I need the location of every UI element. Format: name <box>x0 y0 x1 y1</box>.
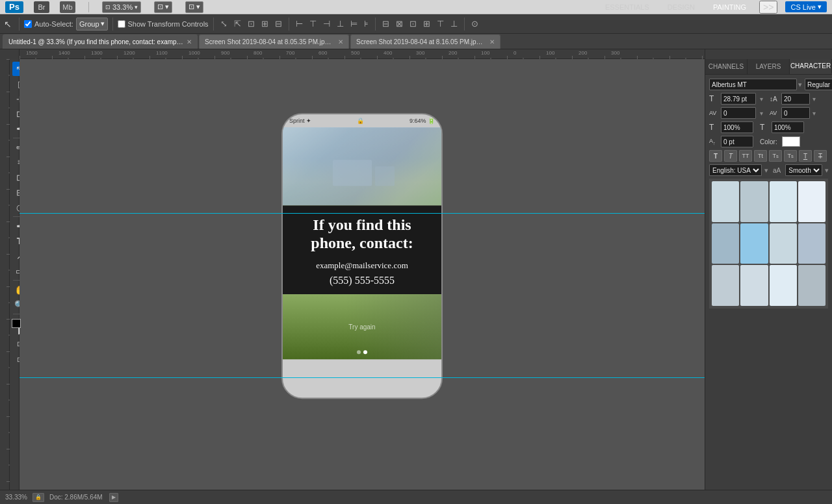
phone-main-text: If you find this phone, contact: <box>292 216 432 253</box>
transform-btn-3[interactable]: ⊡ <box>246 19 257 29</box>
align-right-btn[interactable]: ⊣ <box>321 19 332 29</box>
color-cell-7[interactable] <box>770 223 797 264</box>
baseline-row: A↑ Color: <box>709 136 828 147</box>
phone-lock-icon: 🔒 <box>357 118 364 124</box>
tab-untitled[interactable]: Untitled-1 @ 33.3% (If you find this pho… <box>3 34 198 49</box>
font-family-container: ▾ <box>709 79 802 90</box>
font-size-dropdown-btn[interactable]: ▾ <box>760 95 763 103</box>
color-cell-4[interactable] <box>798 181 826 222</box>
workspace-area: ESSENTIALS DESIGN PAINTING >> CS Live ▾ <box>600 1 827 14</box>
dist-bottom-btn[interactable]: ⊥ <box>448 19 460 29</box>
color-cell-5[interactable] <box>712 223 739 264</box>
color-cell-11[interactable] <box>770 265 797 306</box>
transform-btn-2[interactable]: ⇱ <box>232 19 243 29</box>
dist-right-btn[interactable]: ⊡ <box>408 19 419 29</box>
phone-number: (555) 555-5555 <box>292 275 432 286</box>
align-center-v-btn[interactable]: ⊤ <box>307 19 318 29</box>
show-transform-checkbox[interactable] <box>118 20 125 28</box>
dist-middle-h-btn[interactable]: ⊤ <box>435 19 446 29</box>
screen-mode-display[interactable]: ⊡ 33.3% ▾ <box>102 1 141 13</box>
baseline-input[interactable] <box>721 136 753 147</box>
superscript-btn[interactable]: Ts <box>769 150 782 162</box>
subscript-btn[interactable]: Ts <box>784 150 797 162</box>
color-cell-12[interactable] <box>798 265 826 306</box>
horizontal-scale-input[interactable] <box>772 121 804 133</box>
cs-live-btn[interactable]: CS Live ▾ <box>785 1 827 12</box>
kerning-input[interactable] <box>721 107 756 119</box>
foreground-color-swatch[interactable] <box>12 319 21 328</box>
font-size-icon: T <box>709 94 718 103</box>
design-btn[interactable]: DESIGN <box>662 2 700 12</box>
color-swatch[interactable] <box>782 136 800 147</box>
zoom-lock-btn[interactable]: 🔒 <box>32 493 44 502</box>
tab-close-screenshot2[interactable]: ✕ <box>489 38 495 45</box>
small-caps-btn[interactable]: Tt <box>754 150 767 162</box>
align-middle-h-btn[interactable]: ⊨ <box>348 19 359 29</box>
font-family-dropdown-btn[interactable]: ▾ <box>798 81 802 89</box>
transform-btn-4[interactable]: ⊞ <box>259 19 270 29</box>
leading-dropdown-btn[interactable]: ▾ <box>812 95 816 103</box>
color-cell-6[interactable] <box>740 223 768 264</box>
strikethrough-btn[interactable]: T <box>814 150 827 162</box>
canvas-size-btn[interactable]: ⊡ ▾ <box>154 1 172 13</box>
tracking-icon: AV <box>770 110 779 116</box>
extras-btn[interactable]: ⊡ ▾ <box>185 1 203 13</box>
zoom-display: 33.33% <box>5 494 27 501</box>
essentials-btn[interactable]: ESSENTIALS <box>600 2 655 12</box>
scale-row: T T <box>709 121 828 133</box>
layers-tab[interactable]: LAYERS <box>748 59 790 74</box>
dist-left-btn[interactable]: ⊟ <box>380 19 391 29</box>
auto-select-label: Auto-Select: <box>34 20 73 28</box>
doc-size-info: Doc: 2.86M/5.64M <box>49 494 103 501</box>
extra-transform-btn[interactable]: ⊙ <box>469 19 480 29</box>
character-tab[interactable]: CHARACTER <box>790 59 832 74</box>
dist-center-v-btn[interactable]: ⊠ <box>394 19 405 29</box>
align-top-btn[interactable]: ⊥ <box>335 19 346 29</box>
tab-screenshot1[interactable]: Screen Shot 2019-08-04 at 8.05.35 PM.jpg… <box>199 34 349 49</box>
language-select[interactable]: English: USA <box>709 164 762 176</box>
tab-screenshot2[interactable]: Screen Shot 2019-08-04 at 8.16.05 PM.jpg… <box>350 34 500 49</box>
color-cell-9[interactable] <box>712 265 739 306</box>
transform-btn-1[interactable]: ⤡ <box>218 19 229 29</box>
channels-tab[interactable]: CHANNELS <box>705 59 748 74</box>
tab-close-untitled[interactable]: ✕ <box>187 38 192 45</box>
vertical-scale-input[interactable] <box>721 121 753 133</box>
align-bottom-btn[interactable]: ⊧ <box>362 19 370 29</box>
tab-close-screenshot1[interactable]: ✕ <box>338 38 343 45</box>
transform-btn-5[interactable]: ⊟ <box>273 19 284 29</box>
phone-bottom-image: Try again <box>283 294 441 359</box>
anti-alias-dropdown-btn[interactable]: ▾ <box>825 166 829 175</box>
text-style-row: T T TT Tt Ts Ts T T <box>709 150 828 162</box>
kerning-dropdown-btn[interactable]: ▾ <box>760 110 763 117</box>
font-style-input[interactable] <box>805 79 832 90</box>
leading-input[interactable] <box>781 93 810 105</box>
anti-alias-select[interactable]: Smooth <box>785 164 822 176</box>
auto-select-dropdown[interactable]: Group ▾ <box>76 18 108 31</box>
bold-btn[interactable]: T <box>709 150 722 162</box>
baseline-icon: A↑ <box>709 138 718 146</box>
all-caps-btn[interactable]: TT <box>739 150 752 162</box>
phone-top-image <box>283 127 441 205</box>
color-cell-10[interactable] <box>740 265 768 306</box>
ruler-horizontal-container: 1500 1400 1300 1200 1100 1000 900 800 70… <box>0 49 832 59</box>
auto-select-checkbox[interactable] <box>24 20 32 28</box>
leading-icon: ↕A <box>770 95 779 103</box>
color-cell-1[interactable] <box>712 181 739 222</box>
color-cell-3[interactable] <box>770 181 797 222</box>
color-cell-8[interactable] <box>798 223 826 264</box>
painting-btn[interactable]: PAINTING <box>708 2 751 12</box>
color-label: Color: <box>760 138 777 145</box>
font-size-row: T ▾ ↕A ▾ <box>709 93 828 105</box>
tracking-input[interactable] <box>781 107 810 119</box>
underline-btn[interactable]: T <box>799 150 812 162</box>
font-size-input[interactable] <box>721 93 756 105</box>
lang-dropdown-btn[interactable]: ▾ <box>764 166 768 175</box>
font-family-input[interactable] <box>709 79 797 90</box>
tracking-dropdown-btn[interactable]: ▾ <box>812 110 816 117</box>
more-workspaces-btn[interactable]: >> <box>759 1 777 14</box>
doc-info-arrow-btn[interactable]: ▶ <box>109 493 118 502</box>
align-left-btn[interactable]: ⊢ <box>294 19 305 29</box>
color-cell-2[interactable] <box>740 181 768 222</box>
italic-btn[interactable]: T <box>724 150 737 162</box>
dist-top-btn[interactable]: ⊞ <box>421 19 432 29</box>
